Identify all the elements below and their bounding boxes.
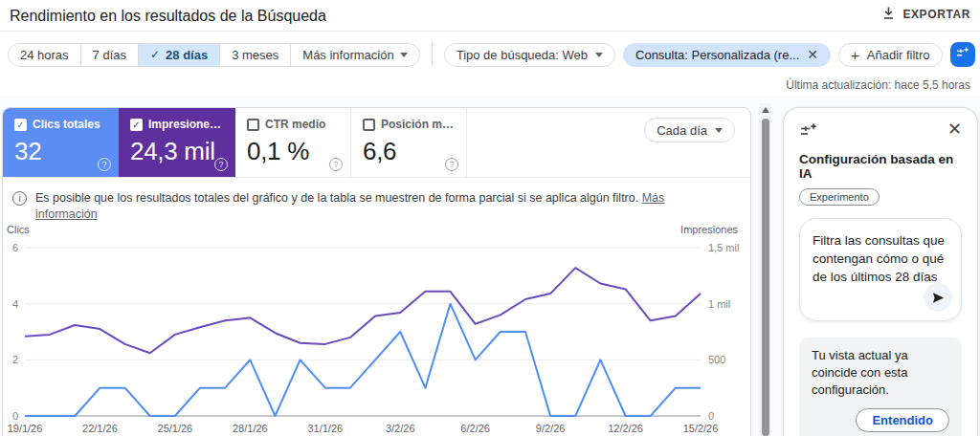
ai-suggestion-text: Filtra las consultas que contengan cómo … (813, 231, 948, 286)
help-icon[interactable]: ? (445, 158, 458, 171)
range-7d[interactable]: 7 días (81, 44, 139, 66)
impresiones-line (25, 268, 701, 353)
send-icon (931, 291, 946, 305)
clics-checkbox[interactable]: ✓ (14, 119, 27, 131)
range-more-info[interactable]: Más información (291, 44, 418, 66)
left-axis-tick: 6 (12, 242, 18, 253)
x-axis-label: 12/2/26 (608, 423, 643, 434)
help-icon[interactable]: ? (214, 158, 228, 171)
right-axis-tick: 1,5 mil (708, 242, 739, 253)
partial-results-banner: i Es posible que los resultados totales … (12, 190, 721, 223)
scrollbar-thumb[interactable] (762, 119, 769, 436)
right-axis-tick: 0 (708, 410, 714, 422)
info-icon: i (12, 191, 27, 206)
metric-label: Posición media (381, 118, 455, 131)
left-axis-tick: 2 (12, 354, 18, 365)
close-icon[interactable]: ✕ (947, 120, 962, 138)
tune-sparkle-icon (799, 120, 818, 143)
ai-config-panel: ✕ Configuración basada en IA Experimento… (783, 107, 978, 436)
help-icon[interactable]: ? (98, 158, 111, 171)
performance-chart: 61,5 mil41 mil250000ClicsImpresiones19/1… (3, 221, 750, 436)
filter-bar: 24 horas 7 días ✓ 28 días 3 meses Más in… (8, 42, 980, 67)
ai-suggestion-input[interactable]: Filtra las consultas que contengan cómo … (799, 218, 962, 321)
x-axis-label: 19/1/26 (8, 423, 43, 434)
metric-value: 24,3 mil (130, 137, 224, 166)
chevron-down-icon (595, 53, 603, 57)
metric-value: 0,1 % (247, 137, 339, 166)
metric-label: Clics totales (33, 118, 100, 131)
page-title: Rendimiento en los resultados de la Búsq… (10, 8, 326, 25)
x-axis-label: 3/2/26 (386, 423, 415, 434)
x-axis-label: 31/1/26 (307, 423, 343, 434)
left-axis-tick: 0 (12, 410, 18, 422)
metric-value: 6,6 (363, 137, 455, 166)
posicion-checkbox[interactable] (363, 119, 375, 131)
range-3m[interactable]: 3 meses (220, 44, 291, 66)
x-axis-label: 25/1/26 (158, 423, 193, 434)
left-axis-title: Clics (7, 224, 30, 235)
query-filter-chip[interactable]: Consulta: Personalizada (re... ✕ (623, 43, 831, 67)
granularity-dropdown[interactable]: Cada día (644, 118, 735, 142)
metric-label: CTR medio (265, 118, 325, 131)
performance-card: ✓ Clics totales 32 ? ✓ Impresiones total… (2, 107, 751, 436)
check-icon: ✓ (150, 48, 160, 61)
experiment-badge: Experimento (799, 188, 880, 206)
metric-strip: ✓ Clics totales 32 ? ✓ Impresiones total… (3, 108, 750, 178)
chevron-down-icon (400, 53, 408, 57)
x-axis-label: 15/2/26 (683, 423, 719, 434)
entendido-button[interactable]: Entendido (856, 408, 949, 432)
left-axis-tick: 4 (12, 298, 18, 310)
vertical-scrollbar[interactable] (759, 103, 771, 436)
right-axis-tick: 1 mil (708, 298, 730, 310)
scroll-up-arrow-icon[interactable] (762, 107, 769, 113)
plus-icon: + (851, 47, 859, 63)
ctr-checkbox[interactable] (247, 119, 259, 131)
search-console-performance-page: Rendimiento en los resultados de la Búsq… (0, 0, 980, 436)
metric-card-posicion[interactable]: Posición media 6,6 ? (351, 108, 467, 177)
export-button[interactable]: EXPORTAR (881, 6, 970, 23)
filter-separator (432, 43, 433, 66)
x-axis-label: 9/2/26 (536, 423, 566, 434)
ai-status-box: Tu vista actual ya coincide con esta con… (799, 338, 962, 436)
last-updated-text: Última actualización: hace 5,5 horas (786, 78, 970, 92)
send-button[interactable] (924, 283, 952, 312)
x-axis-label: 28/1/26 (233, 423, 268, 434)
metric-card-clics[interactable]: ✓ Clics totales 32 ? (3, 108, 119, 177)
x-axis-label: 22/1/26 (82, 423, 118, 434)
download-icon (881, 6, 896, 23)
search-type-filter-chip[interactable]: Tipo de búsqueda: Web (444, 43, 615, 67)
banner-text: Es posible que los resultados totales de… (35, 191, 638, 205)
ai-panel-title: Configuración basada en IA (799, 152, 962, 181)
ai-status-text: Tu vista actual ya coincide con esta con… (812, 347, 949, 399)
export-label: EXPORTAR (902, 8, 970, 21)
metric-label: Impresiones total... (148, 118, 224, 131)
right-axis-tick: 500 (708, 354, 725, 365)
header-divider (0, 31, 980, 32)
right-axis-title: Impresiones (680, 224, 738, 235)
metric-card-impresiones[interactable]: ✓ Impresiones total... 24,3 mil ? (119, 108, 235, 177)
metric-card-ctr[interactable]: CTR medio 0,1 % ? (235, 108, 351, 177)
metric-value: 32 (14, 137, 107, 166)
range-24h[interactable]: 24 horas (9, 44, 81, 66)
chevron-down-icon (715, 128, 723, 133)
range-28d-selected[interactable]: ✓ 28 días (139, 44, 220, 66)
tune-sparkle-icon (955, 45, 970, 64)
ai-filter-button[interactable] (950, 42, 975, 67)
help-icon[interactable]: ? (329, 158, 343, 171)
add-filter-button[interactable]: + Añadir filtro (838, 43, 943, 67)
date-range-group: 24 horas 7 días ✓ 28 días 3 meses Más in… (8, 43, 420, 67)
impresiones-checkbox[interactable]: ✓ (130, 119, 143, 131)
remove-filter-icon[interactable]: ✕ (807, 48, 818, 61)
x-axis-label: 6/2/26 (460, 423, 490, 434)
